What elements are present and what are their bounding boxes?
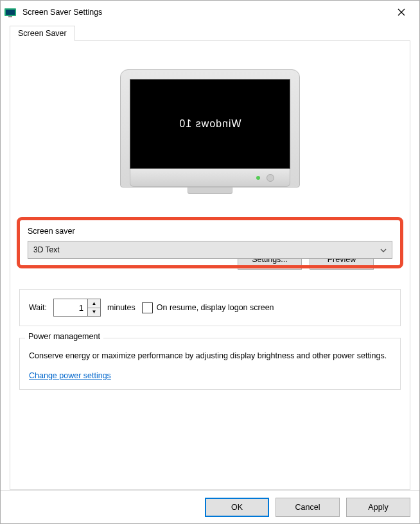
resume-label: On resume, display logon screen	[157, 303, 274, 312]
titlebar: Screen Saver Settings	[1, 1, 419, 24]
cancel-button[interactable]: Cancel	[276, 498, 340, 517]
highlight-box: Screen saver 3D Text	[17, 217, 403, 268]
screen-saver-group: Screen saver 3D Text	[19, 220, 401, 277]
screen-saver-settings-window: Screen Saver Settings Screen Saver Windo…	[0, 0, 420, 524]
wait-spinner[interactable]: ▲ ▼	[53, 299, 101, 317]
preview-screen: Windows 10	[130, 79, 290, 169]
power-legend: Power management	[25, 332, 103, 341]
screen-saver-legend: Screen saver	[28, 227, 392, 236]
apply-button[interactable]: Apply	[346, 498, 410, 517]
svg-rect-1	[6, 10, 15, 15]
tab-strip: Screen Saver	[10, 25, 410, 40]
screen-saver-selected: 3D Text	[33, 245, 59, 254]
svg-rect-2	[8, 16, 12, 17]
tab-panel: Windows 10 Screen saver 3D Text	[10, 40, 410, 490]
led-icon	[256, 176, 260, 180]
power-button-icon	[267, 174, 274, 182]
wait-unit: minutes	[107, 303, 136, 312]
spinner-down[interactable]: ▼	[88, 308, 100, 317]
resume-checkbox[interactable]: On resume, display logon screen	[142, 302, 274, 313]
screen-saver-dropdown[interactable]: 3D Text	[28, 241, 392, 259]
wait-input[interactable]	[53, 299, 88, 317]
close-button[interactable]	[389, 3, 414, 21]
ok-button[interactable]: OK	[205, 498, 269, 517]
tab-screen-saver[interactable]: Screen Saver	[10, 26, 75, 41]
change-power-settings-link[interactable]: Change power settings	[29, 371, 111, 380]
wait-label: Wait:	[29, 303, 47, 312]
checkbox-box-icon	[142, 302, 153, 313]
close-icon	[398, 8, 405, 16]
app-icon	[4, 7, 17, 17]
power-management-group: Power management Conserve energy or maxi…	[19, 338, 401, 390]
dialog-footer: OK Cancel Apply	[1, 490, 419, 523]
spinner-up[interactable]: ▲	[88, 299, 100, 308]
window-title: Screen Saver Settings	[22, 8, 389, 17]
chevron-down-icon	[380, 245, 387, 254]
screen-saver-options: Wait: ▲ ▼ minutes On resume, display log…	[19, 289, 401, 326]
preview-monitor: Windows 10	[19, 69, 401, 194]
power-description: Conserve energy or maximize performance …	[29, 350, 391, 362]
